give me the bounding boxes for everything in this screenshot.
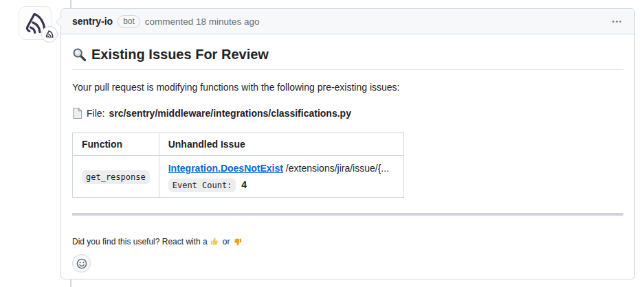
comment-body: Existing Issues For Review Your pull req… bbox=[61, 34, 634, 284]
feedback-prompt-text: Did you find this useful? React with a bbox=[72, 237, 208, 246]
function-cell: get_response bbox=[73, 156, 159, 198]
section-title-text: Existing Issues For Review bbox=[91, 47, 269, 62]
thumbs-up-icon bbox=[210, 237, 220, 246]
feedback-or-text: or bbox=[223, 237, 230, 246]
issue-cell: Integration.DoesNotExist /extensions/jir… bbox=[159, 156, 403, 198]
event-count-line: Event Count: 4 bbox=[168, 179, 395, 190]
column-header-function: Function bbox=[73, 133, 159, 156]
file-line: File: src/sentry/middleware/integrations… bbox=[72, 107, 623, 119]
page-facing-up-icon bbox=[72, 107, 82, 119]
kebab-horizontal-icon bbox=[612, 16, 622, 27]
file-label: File: bbox=[87, 108, 104, 119]
file-path: src/sentry/middleware/integrations/class… bbox=[109, 108, 351, 119]
add-reaction-button[interactable] bbox=[72, 254, 91, 273]
event-count-value: 4 bbox=[241, 179, 247, 190]
table-header-row: Function Unhandled Issue bbox=[73, 133, 404, 156]
issue-link[interactable]: Integration.DoesNotExist bbox=[168, 163, 283, 174]
comment-card: sentry-io bot commented 18 minutes ago E… bbox=[60, 8, 635, 279]
function-name-chip: get_response bbox=[82, 170, 150, 184]
smiley-icon bbox=[76, 258, 87, 269]
issues-table: Function Unhandled Issue get_response In… bbox=[72, 133, 404, 198]
bot-badge: bot bbox=[118, 15, 140, 28]
issue-path-text: /extensions/jira/issue/{... bbox=[286, 163, 389, 174]
thumbs-down-icon bbox=[232, 237, 242, 246]
issue-title-line: Integration.DoesNotExist /extensions/jir… bbox=[168, 163, 395, 174]
comment-options-button[interactable] bbox=[610, 14, 623, 30]
sentry-logo-small-icon bbox=[45, 30, 54, 39]
column-header-unhandled-issue: Unhandled Issue bbox=[159, 133, 403, 156]
feedback-prompt: Did you find this useful? React with a o… bbox=[72, 237, 623, 246]
author-link[interactable]: sentry-io bbox=[72, 16, 113, 27]
comment-header: sentry-io bot commented 18 minutes ago bbox=[61, 9, 634, 34]
comment-timestamp: commented 18 minutes ago bbox=[145, 16, 260, 27]
magnifying-glass-icon bbox=[72, 47, 87, 62]
speech-caret bbox=[55, 16, 62, 28]
event-count-label-chip: Event Count: bbox=[168, 179, 236, 192]
avatar-bot-badge bbox=[41, 26, 58, 43]
section-title: Existing Issues For Review bbox=[72, 47, 623, 70]
intro-text: Your pull request is modifying functions… bbox=[72, 82, 623, 93]
section-divider bbox=[72, 213, 623, 216]
table-row: get_response Integration.DoesNotExist /e… bbox=[73, 156, 404, 198]
